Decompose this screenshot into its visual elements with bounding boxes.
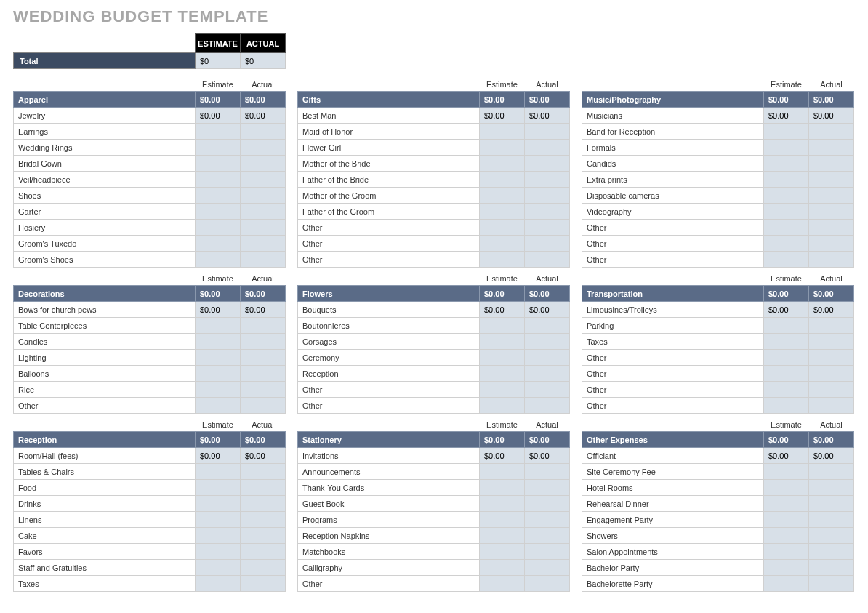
row-estimate[interactable]: $0.00 [480,448,525,464]
row-estimate[interactable] [764,220,809,236]
row-actual[interactable] [809,544,854,560]
category-estimate[interactable]: $0.00 [764,92,809,108]
row-label[interactable]: Candids [582,156,764,172]
row-actual[interactable] [809,496,854,512]
row-estimate[interactable] [764,236,809,252]
row-estimate[interactable] [764,140,809,156]
category-estimate[interactable]: $0.00 [196,92,241,108]
row-actual[interactable] [809,156,854,172]
row-actual[interactable] [809,560,854,576]
row-label[interactable]: Other [582,220,764,236]
row-label[interactable]: Mother of the Groom [298,188,480,204]
row-label[interactable]: Wedding Rings [14,140,196,156]
row-label[interactable]: Room/Hall (fees) [14,448,196,464]
category-estimate[interactable]: $0.00 [764,286,809,302]
row-estimate[interactable] [480,512,525,528]
row-actual[interactable] [809,464,854,480]
row-label[interactable]: Bachelorette Party [582,576,764,592]
row-estimate[interactable] [764,172,809,188]
row-actual[interactable] [241,398,286,414]
row-actual[interactable] [525,334,570,350]
row-estimate[interactable] [480,124,525,140]
row-label[interactable]: Groom's Tuxedo [14,236,196,252]
row-actual[interactable] [809,334,854,350]
row-estimate[interactable]: $0.00 [196,448,241,464]
row-label[interactable]: Staff and Gratuities [14,560,196,576]
row-estimate[interactable] [196,576,241,592]
row-estimate[interactable] [196,334,241,350]
category-actual[interactable]: $0.00 [809,92,854,108]
category-actual[interactable]: $0.00 [525,432,570,448]
row-label[interactable]: Taxes [14,576,196,592]
row-label[interactable]: Other [14,398,196,414]
row-label[interactable]: Maid of Honor [298,124,480,140]
row-label[interactable]: Other [298,236,480,252]
row-label[interactable]: Invitations [298,448,480,464]
row-label[interactable]: Candles [14,334,196,350]
row-label[interactable]: Formals [582,140,764,156]
row-estimate[interactable] [196,204,241,220]
row-actual[interactable] [809,366,854,382]
row-actual[interactable] [241,318,286,334]
row-estimate[interactable] [480,334,525,350]
row-actual[interactable] [525,204,570,220]
row-estimate[interactable] [480,236,525,252]
row-actual[interactable] [809,528,854,544]
row-estimate[interactable] [196,140,241,156]
row-label[interactable]: Rehearsal Dinner [582,496,764,512]
category-estimate[interactable]: $0.00 [480,286,525,302]
row-estimate[interactable] [196,496,241,512]
row-label[interactable]: Other [298,398,480,414]
row-label[interactable]: Extra prints [582,172,764,188]
row-estimate[interactable] [196,350,241,366]
row-label[interactable]: Disposable cameras [582,188,764,204]
row-actual[interactable] [525,382,570,398]
row-estimate[interactable] [480,382,525,398]
row-actual[interactable] [809,576,854,592]
row-label[interactable]: Other [298,576,480,592]
row-actual[interactable] [809,204,854,220]
row-label[interactable]: Showers [582,528,764,544]
row-estimate[interactable] [480,480,525,496]
row-label[interactable]: Bridal Gown [14,156,196,172]
row-estimate[interactable] [764,252,809,268]
row-label[interactable]: Corsages [298,334,480,350]
row-label[interactable]: Veil/headpiece [14,172,196,188]
row-estimate[interactable] [196,252,241,268]
row-label[interactable]: Limousines/Trolleys [582,302,764,318]
row-estimate[interactable] [764,366,809,382]
row-actual[interactable] [525,252,570,268]
row-actual[interactable] [809,236,854,252]
row-label[interactable]: Rice [14,382,196,398]
row-label[interactable]: Lighting [14,350,196,366]
row-estimate[interactable] [480,252,525,268]
row-actual[interactable] [241,496,286,512]
row-label[interactable]: Officiant [582,448,764,464]
row-estimate[interactable] [480,544,525,560]
row-estimate[interactable] [764,496,809,512]
row-actual[interactable]: $0.00 [525,302,570,318]
row-label[interactable]: Groom's Shoes [14,252,196,268]
row-label[interactable]: Garter [14,204,196,220]
row-label[interactable]: Father of the Groom [298,204,480,220]
row-actual[interactable]: $0.00 [241,108,286,124]
summary-total-estimate[interactable]: $0 [196,53,241,69]
row-actual[interactable] [809,252,854,268]
row-estimate[interactable] [480,576,525,592]
row-actual[interactable] [241,172,286,188]
row-estimate[interactable] [480,496,525,512]
row-estimate[interactable] [480,560,525,576]
row-actual[interactable] [525,350,570,366]
row-actual[interactable] [241,560,286,576]
row-estimate[interactable] [196,188,241,204]
row-label[interactable]: Musicians [582,108,764,124]
row-actual[interactable]: $0.00 [809,108,854,124]
row-estimate[interactable] [764,398,809,414]
category-estimate[interactable]: $0.00 [480,432,525,448]
row-actual[interactable] [241,188,286,204]
row-label[interactable]: Programs [298,512,480,528]
row-label[interactable]: Hotel Rooms [582,480,764,496]
row-actual[interactable] [241,156,286,172]
row-label[interactable]: Shoes [14,188,196,204]
row-estimate[interactable] [480,204,525,220]
